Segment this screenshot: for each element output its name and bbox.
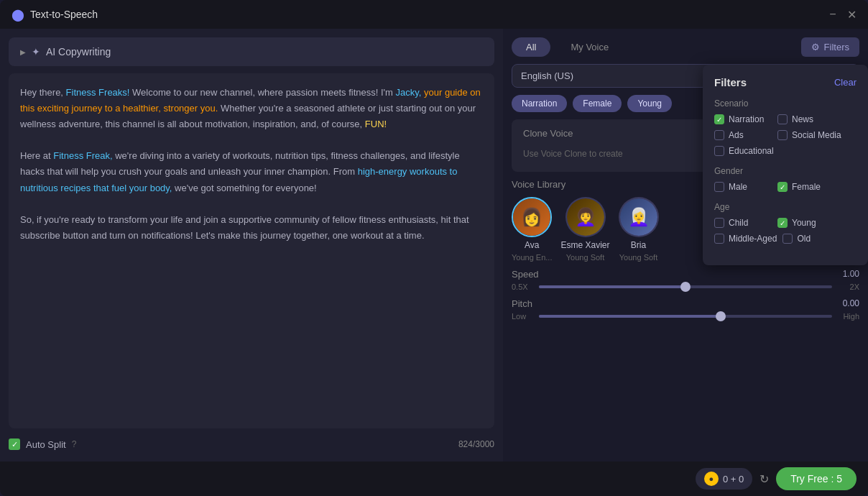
auto-split-checkbox[interactable]: ✓ xyxy=(9,438,20,450)
language-value: English (US) xyxy=(521,70,573,81)
speed-track[interactable] xyxy=(539,285,832,288)
app-icon: ⬤ xyxy=(11,8,24,22)
gender-group: Gender Male ✓ Female xyxy=(714,166,857,192)
pitch-min: Low xyxy=(512,312,533,321)
clone-voice-link[interactable]: Use Voice Clone to create xyxy=(523,149,623,159)
filter-icon: ⚙ xyxy=(811,42,820,52)
char-count: 824/3000 xyxy=(458,439,494,449)
help-icon[interactable]: ? xyxy=(72,439,77,449)
filters-clear-button[interactable]: Clear xyxy=(834,77,857,88)
voice-card-ava[interactable]: 👩 Ava Young En... xyxy=(512,197,552,262)
pitch-fill xyxy=(539,315,721,318)
title-controls: − ✕ xyxy=(828,9,857,19)
scenario-group: Scenario ✓ Narration News Ads xyxy=(714,98,857,156)
filters-panel-title: Filters xyxy=(714,76,747,88)
age-group: Age Child ✓ Young Middle-Aged xyxy=(714,202,857,244)
pitch-max: High xyxy=(838,312,859,321)
scenario-social-checkbox[interactable] xyxy=(777,130,788,140)
scenario-narration[interactable]: ✓ Narration xyxy=(714,114,772,124)
tab-all[interactable]: All xyxy=(512,37,550,57)
age-child-checkbox[interactable] xyxy=(714,218,724,228)
voice-card-esme[interactable]: 👩‍🦱 Esme Xavier Young Soft xyxy=(560,197,609,262)
gender-label: Gender xyxy=(714,166,857,176)
right-panel: All My Voice ↓ ⚙ Filters English (US) ▼ xyxy=(503,29,868,461)
voice-tabs-left: All My Voice xyxy=(512,37,623,57)
age-young[interactable]: ✓ Young xyxy=(777,218,835,228)
age-young-label: Young xyxy=(792,218,816,228)
voice-tabs: All My Voice ↓ ⚙ Filters xyxy=(512,37,859,57)
app-bottom-bar: ● 0 + 0 ↻ Try Free : 5 xyxy=(0,461,868,496)
minimize-button[interactable]: − xyxy=(828,9,838,19)
gender-female[interactable]: ✓ Female xyxy=(777,182,835,192)
ai-star-icon: ✦ xyxy=(32,46,40,58)
voice-desc-bria: Young Soft xyxy=(619,253,657,262)
scenario-ads-label: Ads xyxy=(729,130,744,140)
gender-male-label: Male xyxy=(729,182,747,192)
left-panel: ▶ ✦ AI Copywriting Hey there, Fitness Fr… xyxy=(0,29,503,461)
counter-badge: ● 0 + 0 xyxy=(696,468,752,490)
text-editor[interactable]: Hey there, Fitness Freaks! Welcome to ou… xyxy=(9,73,494,428)
voice-desc-ava: Young En... xyxy=(512,253,552,262)
filter-tag-female[interactable]: Female xyxy=(573,95,622,112)
counter-text: 0 + 0 xyxy=(723,474,744,484)
scenario-ads[interactable]: Ads xyxy=(714,130,772,140)
scenario-social[interactable]: Social Media xyxy=(777,130,841,140)
age-young-checkbox[interactable]: ✓ xyxy=(777,218,788,228)
voice-desc-esme: Young Soft xyxy=(566,253,604,262)
filter-tag-young[interactable]: Young xyxy=(627,95,672,112)
pitch-value: 0.00 xyxy=(843,298,859,309)
close-button[interactable]: ✕ xyxy=(846,9,857,19)
gender-male-checkbox[interactable] xyxy=(714,182,724,192)
age-child[interactable]: Child xyxy=(714,218,772,228)
scenario-educational-checkbox[interactable] xyxy=(714,146,724,156)
title-bar-left: ⬤ Text-to-Speech xyxy=(11,8,98,22)
auto-split-label: Auto Split xyxy=(26,439,66,450)
red-arrow-indicator: ↓ xyxy=(846,29,852,31)
ai-copywriting-label: AI Copywriting xyxy=(46,46,111,58)
scenario-narration-checkbox[interactable]: ✓ xyxy=(714,114,724,124)
filters-button[interactable]: ⚙ Filters xyxy=(801,37,859,57)
pitch-header: Pitch 0.00 xyxy=(512,298,859,309)
refresh-icon[interactable]: ↻ xyxy=(760,472,769,486)
speed-max: 2X xyxy=(838,283,859,291)
editor-bottom-bar: ✓ Auto Split ? 824/3000 xyxy=(9,436,494,453)
tab-my-voice[interactable]: My Voice xyxy=(556,37,623,57)
age-old[interactable]: Old xyxy=(782,234,840,244)
speed-section: Speed 1.00 0.5X 2X xyxy=(512,269,859,291)
pitch-track[interactable] xyxy=(539,315,832,318)
age-child-label: Child xyxy=(729,218,748,228)
speed-min: 0.5X xyxy=(512,283,533,291)
scenario-news-label: News xyxy=(792,114,813,124)
voice-name-ava: Ava xyxy=(525,240,539,250)
age-old-checkbox[interactable] xyxy=(782,234,793,244)
filters-btn-wrapper: ↓ ⚙ Filters xyxy=(801,37,859,57)
scenario-narration-label: Narration xyxy=(729,114,764,124)
voice-avatar-bria: 👩‍🦳 xyxy=(619,197,659,237)
ai-copywriting-bar[interactable]: ▶ ✦ AI Copywriting xyxy=(9,37,494,66)
age-middle-aged-checkbox[interactable] xyxy=(714,234,724,244)
app-window: ⬤ Text-to-Speech − ✕ ▶ ✦ AI Copywriting … xyxy=(0,0,868,496)
filter-tag-narration[interactable]: Narration xyxy=(512,95,567,112)
pitch-label: Pitch xyxy=(512,298,532,309)
speed-thumb[interactable] xyxy=(680,282,691,292)
filters-label: Filters xyxy=(824,42,849,52)
scenario-social-label: Social Media xyxy=(792,130,841,140)
auto-split[interactable]: ✓ Auto Split ? xyxy=(9,438,76,450)
speed-value: 1.00 xyxy=(843,269,859,280)
scenario-news-checkbox[interactable] xyxy=(777,114,788,124)
gender-male[interactable]: Male xyxy=(714,182,772,192)
gender-options: Male ✓ Female xyxy=(714,182,857,192)
age-old-label: Old xyxy=(797,234,811,244)
scenario-educational[interactable]: Educational xyxy=(714,146,774,156)
voice-card-bria[interactable]: 👩‍🦳 Bria Young Soft xyxy=(619,197,659,262)
scenario-news[interactable]: News xyxy=(777,114,835,124)
try-free-button[interactable]: Try Free : 5 xyxy=(776,467,857,490)
age-middle-aged[interactable]: Middle-Aged xyxy=(714,234,777,244)
scenario-ads-checkbox[interactable] xyxy=(714,130,724,140)
app-title: Text-to-Speech xyxy=(30,9,98,20)
gender-female-checkbox[interactable]: ✓ xyxy=(777,182,788,192)
gender-female-label: Female xyxy=(792,182,821,192)
scenario-educational-label: Educational xyxy=(729,146,774,156)
speed-slider-row: 0.5X 2X xyxy=(512,283,859,291)
pitch-thumb[interactable] xyxy=(716,311,726,321)
